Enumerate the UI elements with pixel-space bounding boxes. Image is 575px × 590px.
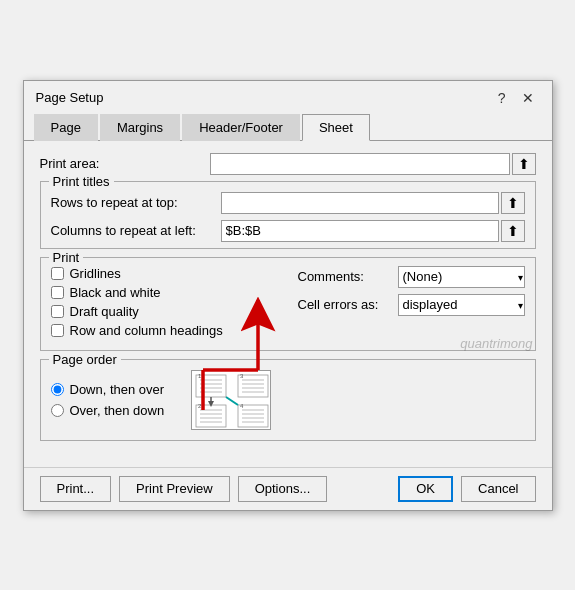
cell-errors-row: Cell errors as: displayed ▾ (298, 294, 525, 316)
gridlines-checkbox[interactable] (51, 267, 64, 280)
print-area-input-row: ⬆ (210, 153, 536, 175)
tab-page[interactable]: Page (34, 114, 98, 141)
print-button[interactable]: Print... (40, 476, 112, 502)
draft-quality-row: Draft quality (51, 304, 288, 319)
print-section-content: Gridlines Black and white Draft quality (51, 266, 525, 342)
rows-repeat-collapse-button[interactable]: ⬆ (501, 192, 525, 214)
rows-repeat-label: Rows to repeat at top: (51, 195, 221, 210)
print-titles-group: Print titles Rows to repeat at top: ⬆ Co… (40, 181, 536, 249)
footer-buttons: Print... Print Preview Options... OK Can… (24, 467, 552, 510)
print-area-label: Print area: (40, 156, 210, 171)
close-button[interactable]: ✕ (516, 89, 540, 107)
rows-repeat-input-row: ⬆ (221, 192, 525, 214)
cell-errors-dropdown-wrapper: displayed ▾ (398, 294, 525, 316)
print-right-options: Comments: (None) ▾ Cell errors as: (288, 266, 525, 322)
cell-errors-label: Cell errors as: (298, 297, 398, 312)
row-col-headings-checkbox[interactable] (51, 324, 64, 337)
comments-row: Comments: (None) ▾ (298, 266, 525, 288)
page-order-radio-group: Down, then over Over, then down (51, 382, 181, 418)
black-white-checkbox[interactable] (51, 286, 64, 299)
comments-dropdown[interactable]: (None) (398, 266, 525, 288)
ok-button[interactable]: OK (398, 476, 453, 502)
draft-quality-checkbox[interactable] (51, 305, 64, 318)
tab-bar: Page Margins Header/Footer Sheet (24, 113, 552, 141)
svg-line-26 (226, 397, 238, 405)
down-then-over-label: Down, then over (70, 382, 165, 397)
gridlines-row: Gridlines (51, 266, 288, 281)
rows-repeat-input[interactable] (221, 192, 499, 214)
row-col-headings-label: Row and column headings (70, 323, 223, 338)
over-then-down-label: Over, then down (70, 403, 165, 418)
comments-label: Comments: (298, 269, 398, 284)
print-area-input[interactable] (210, 153, 510, 175)
footer-left-buttons: Print... Print Preview Options... (40, 476, 328, 502)
page-order-section: Page order Down, then over Over, then do… (40, 359, 536, 441)
black-white-label: Black and white (70, 285, 161, 300)
print-section: Print Gridlines Black and white (40, 257, 536, 351)
footer-right-buttons: OK Cancel (398, 476, 535, 502)
page-order-diagram-svg: 1 3 (192, 371, 271, 430)
print-area-collapse-button[interactable]: ⬆ (512, 153, 536, 175)
page-order-diagram: 1 3 (191, 370, 271, 430)
rows-repeat-row: Rows to repeat at top: ⬆ (51, 192, 525, 214)
print-area-row: Print area: ⬆ (40, 153, 536, 175)
tab-sheet[interactable]: Sheet (302, 114, 370, 141)
columns-repeat-collapse-button[interactable]: ⬆ (501, 220, 525, 242)
down-then-over-row: Down, then over (51, 382, 181, 397)
title-bar-buttons: ? ✕ (492, 89, 540, 107)
cell-errors-dropdown[interactable]: displayed (398, 294, 525, 316)
title-bar: Page Setup ? ✕ (24, 81, 552, 113)
columns-repeat-label: Columns to repeat at left: (51, 223, 221, 238)
over-then-down-radio[interactable] (51, 404, 64, 417)
columns-repeat-row: Columns to repeat at left: ⬆ (51, 220, 525, 242)
tab-margins[interactable]: Margins (100, 114, 180, 141)
page-order-content: Down, then over Over, then down (51, 370, 525, 430)
help-button[interactable]: ? (492, 89, 512, 107)
print-checkboxes: Gridlines Black and white Draft quality (51, 266, 288, 342)
draft-quality-label: Draft quality (70, 304, 139, 319)
print-section-label: Print (49, 250, 84, 265)
tab-header-footer[interactable]: Header/Footer (182, 114, 300, 141)
over-then-down-row: Over, then down (51, 403, 181, 418)
row-col-headings-row: Row and column headings (51, 323, 288, 338)
black-white-row: Black and white (51, 285, 288, 300)
cancel-button[interactable]: Cancel (461, 476, 535, 502)
options-button[interactable]: Options... (238, 476, 328, 502)
print-preview-button[interactable]: Print Preview (119, 476, 230, 502)
down-then-over-radio[interactable] (51, 383, 64, 396)
comments-dropdown-wrapper: (None) ▾ (398, 266, 525, 288)
print-titles-label: Print titles (49, 174, 114, 189)
dialog-title: Page Setup (36, 90, 104, 105)
columns-repeat-input-row: ⬆ (221, 220, 525, 242)
page-order-label: Page order (49, 352, 121, 367)
gridlines-label: Gridlines (70, 266, 121, 281)
columns-repeat-input[interactable] (221, 220, 499, 242)
